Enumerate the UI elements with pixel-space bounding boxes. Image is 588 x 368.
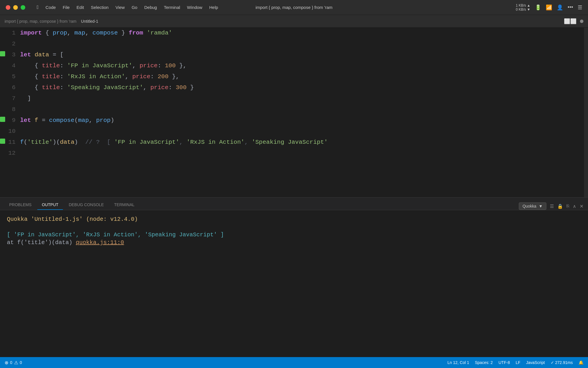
status-left: ⊗ 0 ⚠ 0 bbox=[5, 360, 22, 365]
output-quokka-line: Quokka 'Untitled-1.js' (node: v12.4.0) bbox=[7, 216, 138, 223]
encoding[interactable]: UTF-8 bbox=[498, 360, 510, 365]
close-panel-icon[interactable]: ✕ bbox=[580, 204, 583, 209]
line-num-4: 4 bbox=[6, 60, 20, 71]
line-num-5: 5 bbox=[6, 71, 20, 82]
window-title: import { prop, map, compose } from 'ram bbox=[256, 5, 332, 10]
language[interactable]: JavaScript bbox=[526, 360, 545, 365]
eol[interactable]: LF bbox=[516, 360, 520, 365]
notifications-icon[interactable]: 🔔 bbox=[579, 360, 583, 365]
line-9-content: let f = compose(map, prop) bbox=[20, 115, 588, 126]
error-count: 0 bbox=[10, 360, 12, 365]
menu-selection[interactable]: Selection bbox=[91, 5, 109, 10]
code-line-10: 10 bbox=[0, 126, 588, 137]
output-source-label: Quokka bbox=[523, 204, 536, 208]
titlebar:  Code File Edit Selection View Go Debug… bbox=[0, 0, 588, 15]
code-line-9: 9 let f = compose(map, prop) bbox=[0, 115, 588, 126]
timing: ✓ 272.91ms bbox=[551, 360, 573, 365]
line-num-11: 11 bbox=[6, 137, 20, 148]
tab-untitled[interactable]: Untitled-1 bbox=[81, 19, 98, 24]
gutter-4 bbox=[0, 60, 6, 71]
error-icon: ⊗ bbox=[5, 360, 8, 365]
code-line-6: 6 { title: 'Speaking JavaScript', price:… bbox=[0, 82, 588, 93]
kb-speed: 1 KB/s ▲0 KB/s ▼ bbox=[516, 3, 531, 12]
output-at-line: at f('title')(data) quokka.js:11:0 bbox=[7, 239, 581, 246]
chevron-down-icon: ▼ bbox=[539, 204, 543, 208]
minimize-button[interactable] bbox=[13, 5, 18, 10]
code-area[interactable]: 1 import { prop, map, compose } from 'ra… bbox=[0, 28, 588, 197]
line-num-1: 1 bbox=[6, 28, 20, 39]
tab-problems[interactable]: PROBLEMS bbox=[5, 200, 36, 210]
output-at-text: at f('title')(data) bbox=[7, 239, 76, 246]
output-line-1: Quokka 'Untitled-1.js' (node: v12.4.0) bbox=[7, 216, 581, 223]
line-num-2: 2 bbox=[6, 39, 20, 49]
tabbar: import { prop, map, compose } from 'ram … bbox=[0, 15, 588, 28]
titlebar-right: 1 KB/s ▲0 KB/s ▼ 🔋 📶 👤 ••• ☰ bbox=[516, 3, 582, 12]
maximize-button[interactable] bbox=[21, 5, 25, 10]
menu-terminal[interactable]: Terminal bbox=[164, 5, 180, 10]
menu-edit[interactable]: Edit bbox=[77, 5, 84, 10]
line-num-3: 3 bbox=[6, 49, 20, 60]
gutter-12 bbox=[0, 148, 6, 159]
copy-icon[interactable]: ⎘ bbox=[566, 204, 569, 209]
close-button[interactable] bbox=[6, 5, 10, 10]
traffic-lights bbox=[6, 5, 25, 10]
line-7-content: ] bbox=[20, 93, 588, 104]
line-3-content: let data = [ bbox=[20, 49, 588, 60]
tabbar-right: ⬜⬜ bbox=[564, 18, 583, 24]
ln-col[interactable]: Ln 12, Col 1 bbox=[447, 360, 469, 365]
gutter-6 bbox=[0, 82, 6, 93]
line-11-content: f('title')(data) // ? [ 'FP in JavaScrip… bbox=[20, 137, 588, 148]
wifi-icon: 📶 bbox=[546, 4, 552, 11]
tab-terminal[interactable]: TERMINAL bbox=[110, 200, 139, 210]
gutter-1 bbox=[0, 28, 6, 39]
menu-window[interactable]: Window bbox=[187, 5, 202, 10]
warning-count: 0 bbox=[20, 360, 22, 365]
gutter-11 bbox=[0, 137, 6, 148]
status-errors[interactable]: ⊗ 0 ⚠ 0 bbox=[5, 360, 22, 365]
menu-view[interactable]: View bbox=[115, 5, 125, 10]
gutter-10 bbox=[0, 126, 6, 137]
gutter-5 bbox=[0, 71, 6, 82]
split-editor-icon[interactable]: ⬜⬜ bbox=[564, 18, 577, 24]
list-icon: ☰ bbox=[578, 4, 582, 11]
dirty-indicator bbox=[580, 20, 583, 23]
tab-output[interactable]: OUTPUT bbox=[37, 200, 63, 210]
statusbar: ⊗ 0 ⚠ 0 Ln 12, Col 1 Spaces: 2 UTF-8 LF … bbox=[0, 357, 588, 368]
line-num-12: 12 bbox=[6, 148, 20, 159]
apple-menu[interactable]:  bbox=[37, 4, 39, 10]
line-6-content: { title: 'Speaking JavaScript', price: 3… bbox=[20, 82, 588, 93]
warning-icon: ⚠ bbox=[14, 360, 18, 365]
line-num-10: 10 bbox=[6, 126, 20, 137]
menu-code[interactable]: Code bbox=[46, 5, 56, 10]
code-line-3: 3 let data = [ bbox=[0, 49, 588, 60]
collapse-icon[interactable]: ∧ bbox=[573, 204, 576, 209]
panel-tabs: PROBLEMS OUTPUT DEBUG CONSOLE TERMINAL Q… bbox=[0, 198, 588, 210]
line-4-content: { title: 'FP in JavaScript', price: 100 … bbox=[20, 60, 588, 71]
breadcrumb: import { prop, map, compose } from 'ram bbox=[5, 19, 76, 24]
menu-file[interactable]: File bbox=[63, 5, 69, 10]
gutter-2 bbox=[0, 39, 6, 49]
tab-debug-console[interactable]: DEBUG CONSOLE bbox=[64, 200, 108, 210]
output-array-line: [ 'FP in JavaScript', 'RxJS in Action', … bbox=[7, 231, 581, 238]
list-filter-icon[interactable]: ☰ bbox=[550, 204, 554, 209]
output-content: Quokka 'Untitled-1.js' (node: v12.4.0) [… bbox=[0, 210, 588, 357]
gutter-9 bbox=[0, 115, 6, 126]
code-line-11: 11 f('title')(data) // ? [ 'FP in JavaSc… bbox=[0, 137, 588, 148]
line-num-8: 8 bbox=[6, 104, 20, 115]
spaces[interactable]: Spaces: 2 bbox=[475, 360, 493, 365]
gutter-8 bbox=[0, 104, 6, 115]
menu-go[interactable]: Go bbox=[131, 5, 137, 10]
menu-help[interactable]: Help bbox=[209, 5, 218, 10]
line-5-content: { title: 'RxJS in Action', price: 200 }, bbox=[20, 71, 588, 82]
lock-icon[interactable]: 🔒 bbox=[557, 204, 563, 209]
code-line-7: 7 ] bbox=[0, 93, 588, 104]
editor-scrollbar[interactable] bbox=[584, 28, 588, 197]
code-line-1: 1 import { prop, map, compose } from 'ra… bbox=[0, 28, 588, 39]
line-1-content: import { prop, map, compose } from 'ramd… bbox=[20, 28, 588, 39]
menu-debug[interactable]: Debug bbox=[144, 5, 157, 10]
output-source-select[interactable]: Quokka ▼ bbox=[519, 202, 546, 210]
gutter-7 bbox=[0, 93, 6, 104]
user-icon: 👤 bbox=[557, 4, 563, 11]
panel-tab-right: Quokka ▼ ☰ 🔒 ⎘ ∧ ✕ bbox=[519, 202, 583, 210]
output-at-link[interactable]: quokka.js:11:0 bbox=[76, 239, 124, 246]
